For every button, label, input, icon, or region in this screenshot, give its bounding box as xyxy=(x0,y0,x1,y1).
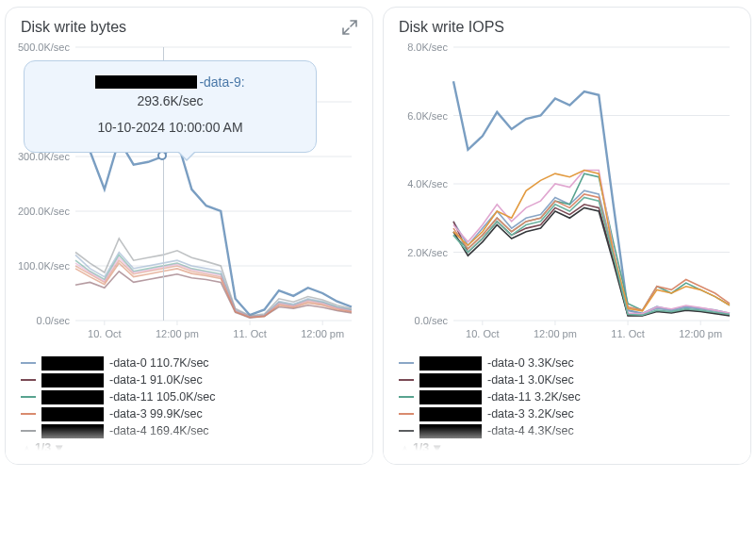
legend-color-swatch xyxy=(399,379,414,381)
legend-label: -data-11 3.2K/sec xyxy=(487,390,581,404)
svg-text:10. Oct: 10. Oct xyxy=(466,328,499,339)
redacted-block xyxy=(41,390,104,404)
legend-color-swatch xyxy=(399,362,414,364)
legend-label: -data-0 3.3K/sec xyxy=(487,356,574,370)
pager-label: 1/3 xyxy=(413,441,429,454)
panel-title: Disk write IOPS xyxy=(399,19,504,36)
panel-title: Disk write bytes xyxy=(21,19,126,36)
legend-disk-write-bytes: -data-0 110.7K/sec-data-1 91.0K/sec-data… xyxy=(21,354,357,439)
legend-color-swatch xyxy=(21,413,36,415)
legend-item[interactable]: -data-1 3.0K/sec xyxy=(399,371,735,388)
legend-color-swatch xyxy=(21,379,36,381)
legend-color-swatch xyxy=(399,430,414,432)
redacted-block xyxy=(419,390,482,404)
redacted-block xyxy=(95,75,197,89)
pager-prev-icon[interactable]: ▲ xyxy=(21,442,33,454)
pager-prev-icon[interactable]: ▲ xyxy=(399,442,411,454)
series-line xyxy=(453,171,730,311)
tooltip-timestamp: 10-10-2024 10:00:00 AM xyxy=(34,120,306,135)
legend-label: -data-4 169.4K/sec xyxy=(109,424,209,437)
svg-text:0.0/sec: 0.0/sec xyxy=(37,315,71,326)
legend-label: -data-3 99.9K/sec xyxy=(109,407,203,420)
pager: ▲ 1/3 ▼ xyxy=(399,441,735,454)
svg-text:500.0K/sec: 500.0K/sec xyxy=(18,41,71,53)
redacted-block xyxy=(41,424,104,438)
series-line xyxy=(453,81,730,314)
pager-label: 1/3 xyxy=(35,441,51,454)
svg-text:12:00 pm: 12:00 pm xyxy=(301,328,344,339)
tooltip-value: 293.6K/sec xyxy=(34,93,306,108)
svg-text:6.0K/sec: 6.0K/sec xyxy=(407,110,448,122)
panel-disk-write-iops: Disk write IOPS 0.0/sec2.0K/sec4.0K/sec6… xyxy=(383,7,751,465)
legend-item[interactable]: -data-1 91.0K/sec xyxy=(21,371,357,388)
legend-label: -data-0 110.7K/sec xyxy=(109,356,209,370)
legend-label: -data-1 91.0K/sec xyxy=(109,373,203,387)
svg-text:11. Oct: 11. Oct xyxy=(233,328,266,339)
legend-item[interactable]: -data-4 4.3K/sec xyxy=(399,422,735,439)
legend-color-swatch xyxy=(21,362,36,364)
legend-label: -data-3 3.2K/sec xyxy=(487,407,574,420)
legend-item[interactable]: -data-0 3.3K/sec xyxy=(399,354,735,371)
dashboard-panels: Disk write bytes -data-9: 293.6K/sec 10-… xyxy=(5,7,751,465)
chart-disk-write-iops[interactable]: 0.0/sec2.0K/sec4.0K/sec6.0K/sec8.0K/sec1… xyxy=(399,41,735,343)
svg-text:2.0K/sec: 2.0K/sec xyxy=(407,247,448,258)
pager: ▲ 1/3 ▼ xyxy=(21,441,357,454)
tooltip-arrow-icon xyxy=(177,152,196,161)
chart-disk-write-bytes[interactable]: -data-9: 293.6K/sec 10-10-2024 10:00:00 … xyxy=(21,41,357,343)
chart-tooltip: -data-9: 293.6K/sec 10-10-2024 10:00:00 … xyxy=(24,60,317,153)
redacted-block xyxy=(419,424,482,438)
legend-label: -data-11 105.0K/sec xyxy=(109,390,216,404)
svg-text:100.0K/sec: 100.0K/sec xyxy=(18,260,71,272)
redacted-block xyxy=(41,407,104,421)
pager-next-icon[interactable]: ▼ xyxy=(431,442,443,454)
panel-header: Disk write IOPS xyxy=(399,19,735,36)
series-line xyxy=(75,263,352,317)
legend-disk-write-iops: -data-0 3.3K/sec-data-1 3.0K/sec-data-11… xyxy=(399,354,735,439)
redacted-block xyxy=(419,373,482,387)
legend-item[interactable]: -data-3 99.9K/sec xyxy=(21,405,357,422)
svg-text:0.0/sec: 0.0/sec xyxy=(415,315,449,326)
svg-text:12:00 pm: 12:00 pm xyxy=(156,328,199,339)
svg-text:11. Oct: 11. Oct xyxy=(611,328,644,339)
series-line xyxy=(75,272,352,318)
legend-item[interactable]: -data-0 110.7K/sec xyxy=(21,354,357,371)
svg-text:4.0K/sec: 4.0K/sec xyxy=(407,178,448,190)
svg-text:12:00 pm: 12:00 pm xyxy=(534,328,577,339)
redacted-block xyxy=(41,356,104,371)
pager-next-icon[interactable]: ▼ xyxy=(53,442,65,454)
legend-item[interactable]: -data-4 169.4K/sec xyxy=(21,422,357,439)
legend-color-swatch xyxy=(399,396,414,398)
legend-color-swatch xyxy=(21,430,36,432)
redacted-block xyxy=(41,373,104,387)
legend-color-swatch xyxy=(399,413,414,415)
legend-item[interactable]: -data-11 3.2K/sec xyxy=(399,388,735,405)
svg-text:200.0K/sec: 200.0K/sec xyxy=(18,206,71,217)
series-line xyxy=(453,173,730,310)
panel-disk-write-bytes: Disk write bytes -data-9: 293.6K/sec 10-… xyxy=(5,7,373,465)
legend-label: -data-1 3.0K/sec xyxy=(487,373,574,387)
legend-label: -data-4 4.3K/sec xyxy=(487,424,574,437)
svg-text:10. Oct: 10. Oct xyxy=(88,328,121,339)
svg-text:8.0K/sec: 8.0K/sec xyxy=(407,41,448,53)
redacted-block xyxy=(419,407,482,421)
legend-color-swatch xyxy=(21,396,36,398)
svg-text:12:00 pm: 12:00 pm xyxy=(679,328,722,339)
tooltip-series: -data-9: xyxy=(34,74,306,90)
panel-header: Disk write bytes xyxy=(21,19,357,36)
expand-icon[interactable] xyxy=(342,20,357,35)
legend-item[interactable]: -data-3 3.2K/sec xyxy=(399,405,735,422)
legend-item[interactable]: -data-11 105.0K/sec xyxy=(21,388,357,405)
redacted-block xyxy=(419,356,482,371)
